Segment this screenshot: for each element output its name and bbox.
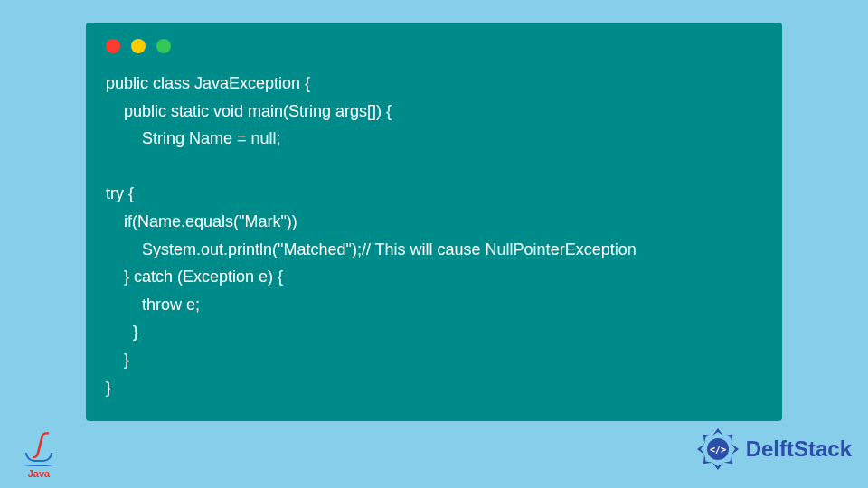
delftstack-logo-label: DelftStack [746, 436, 852, 462]
java-steam-icon: ʃ [34, 433, 43, 455]
svg-marker-4 [712, 463, 723, 470]
window-controls [106, 39, 762, 53]
svg-marker-3 [723, 455, 736, 467]
svg-marker-7 [699, 430, 712, 443]
svg-marker-1 [723, 430, 736, 443]
java-logo: ʃ Java [16, 416, 61, 479]
java-saucer-icon [22, 463, 56, 466]
delftstack-logo: </> DelftStack [695, 427, 852, 472]
svg-marker-6 [697, 444, 704, 455]
minimize-icon [131, 39, 146, 53]
svg-text:</>: </> [710, 445, 726, 455]
close-icon [106, 39, 120, 53]
svg-marker-2 [731, 444, 739, 455]
code-block: public class JavaException { public stat… [106, 70, 762, 401]
java-logo-label: Java [28, 468, 50, 479]
delftstack-icon: </> [695, 427, 741, 472]
java-cup-icon [25, 453, 52, 462]
svg-marker-5 [699, 455, 712, 467]
svg-marker-0 [712, 428, 723, 436]
maximize-icon [156, 39, 171, 53]
code-window: public class JavaException { public stat… [86, 23, 782, 421]
